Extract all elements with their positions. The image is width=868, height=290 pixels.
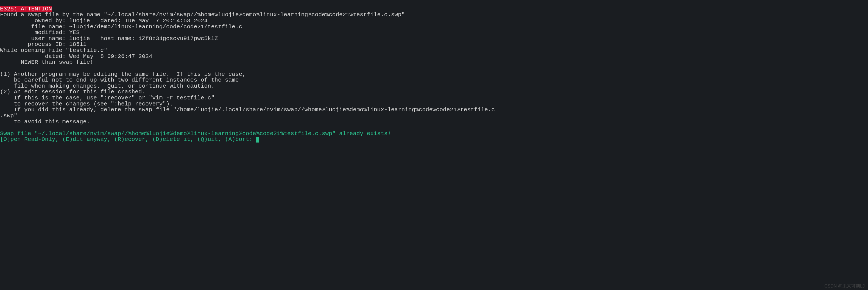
newer-line: NEWER than swap file! bbox=[0, 59, 93, 65]
user-name-line: user name: luojie host name: iZf8z34gcsc… bbox=[0, 35, 218, 42]
terminal-cursor[interactable] bbox=[256, 137, 259, 142]
option2-line2: If this is the case, use ":recover" or "… bbox=[0, 95, 214, 101]
option2-line4: If you did this already, delete the swap… bbox=[0, 106, 495, 113]
option1-line2: be careful not to end up with two differ… bbox=[0, 77, 239, 83]
swap-exists-line: Swap file "~/.local/share/nvim/swap//%ho… bbox=[0, 130, 391, 137]
while-opening-line: While opening file "testfile.c" bbox=[0, 47, 107, 54]
action-prompt[interactable]: [O]pen Read-Only, (E)dit anyway, (R)ecov… bbox=[0, 136, 256, 142]
swap-found-line: Found a swap file by the name "~/.local/… bbox=[0, 11, 405, 18]
option2-line3: to recover the changes (see ":help recov… bbox=[0, 101, 173, 107]
process-id-line: process ID: 18511 bbox=[0, 41, 87, 47]
file-name-line: file name: ~luojie/demo/linux-learning/c… bbox=[0, 24, 242, 30]
option2-line1: (2) An edit session for this file crashe… bbox=[0, 89, 145, 95]
option1-line3: file when making changes. Quit, or conti… bbox=[0, 83, 214, 89]
terminal-output: E325: ATTENTION Found a swap file by the… bbox=[0, 0, 868, 142]
option1-line1: (1) Another program may be editing the s… bbox=[0, 71, 246, 77]
option2-line6: to avoid this message. bbox=[0, 119, 90, 125]
option2-line5: .swp" bbox=[0, 112, 17, 119]
modified-line: modified: YES bbox=[0, 29, 80, 36]
watermark-text: CSDN @未来可期LJ bbox=[824, 284, 865, 288]
dated-line: dated: Wed May 8 09:26:47 2024 bbox=[0, 53, 152, 60]
owned-by-line: owned by: luojie dated: Tue May 7 20:14:… bbox=[0, 18, 208, 24]
error-code-header: E325: ATTENTION bbox=[0, 6, 52, 12]
